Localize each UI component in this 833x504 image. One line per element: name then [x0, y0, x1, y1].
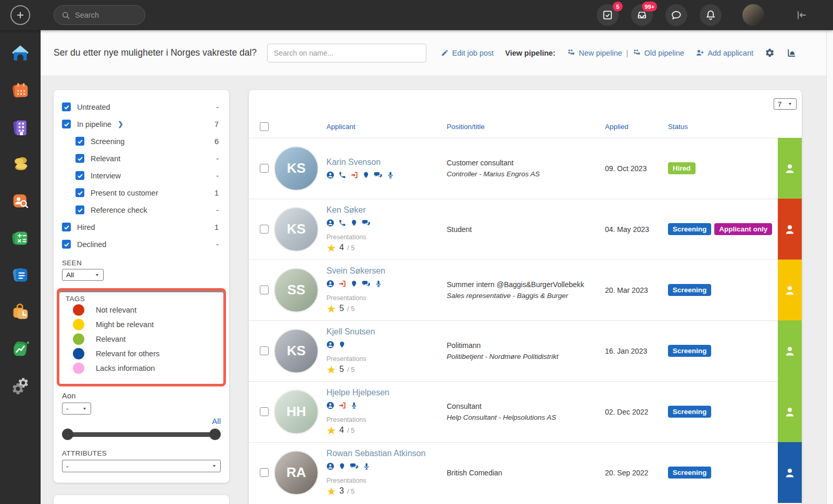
chat-icon[interactable] — [362, 280, 371, 288]
person-icon[interactable] — [326, 402, 334, 409]
global-search-input[interactable]: Search — [54, 5, 145, 25]
login-icon[interactable] — [338, 280, 346, 288]
checkbox-checked-icon[interactable] — [75, 154, 84, 163]
filter-row[interactable]: Interview- — [62, 167, 221, 184]
chevron-right-icon[interactable]: ❯ — [118, 120, 123, 128]
table-row[interactable]: KSKarin SvensonCustomer consultantContro… — [249, 138, 802, 199]
login-icon[interactable] — [350, 171, 358, 179]
tag-color-dot[interactable] — [73, 333, 84, 345]
sidebar-item-worktime[interactable] — [9, 301, 31, 323]
filter-row[interactable]: Hired1 — [62, 218, 221, 236]
aon-select[interactable]: - ▼ — [62, 403, 91, 415]
sidebar-item-accounting[interactable] — [9, 227, 31, 249]
filter-row[interactable]: Declined- — [62, 236, 221, 253]
status-badge[interactable]: Applicant only — [714, 223, 772, 235]
filter-row[interactable]: Present to customer1 — [62, 184, 221, 201]
name-search-input[interactable] — [267, 44, 426, 62]
column-applied[interactable]: Applied — [605, 123, 668, 131]
pin-icon[interactable] — [338, 462, 346, 470]
select-all-checkbox[interactable] — [260, 122, 269, 131]
checkbox-checked-icon[interactable] — [62, 223, 71, 231]
chat-icon[interactable] — [374, 171, 383, 179]
sidebar-item-finance[interactable] — [9, 153, 31, 175]
checkbox-checked-icon[interactable] — [75, 205, 84, 214]
status-badge[interactable]: Screening — [668, 345, 711, 357]
page-size-select[interactable]: 7 ▼ — [774, 98, 797, 110]
table-row[interactable]: HHHjelpe HjelpesenPresentations★4/ 5Cons… — [249, 381, 802, 442]
login-icon[interactable] — [338, 402, 346, 409]
applicant-avatar[interactable]: RA — [274, 450, 319, 495]
applicant-name[interactable]: Karin Svenson — [326, 158, 441, 167]
filter-row[interactable]: Screening6 — [62, 133, 221, 150]
user-avatar[interactable] — [742, 4, 764, 26]
sidebar-item-candidate-search[interactable] — [9, 190, 31, 212]
tasks-button[interactable]: 5 — [597, 4, 619, 26]
add-new-button[interactable] — [10, 5, 30, 25]
checkbox-checked-icon[interactable] — [62, 120, 71, 128]
tag-row[interactable]: Relevant for others — [66, 346, 217, 361]
edit-job-post-button[interactable]: Edit job post — [441, 49, 494, 57]
phone-icon[interactable] — [338, 219, 346, 227]
chat-icon[interactable] — [362, 219, 371, 227]
chat-icon[interactable] — [350, 462, 359, 470]
mic-icon[interactable] — [375, 280, 382, 288]
sidebar-item-calendar[interactable] — [9, 80, 31, 101]
row-checkbox[interactable] — [260, 468, 269, 477]
status-badge[interactable]: Screening — [668, 223, 711, 235]
tag-row[interactable]: Might be relevant — [66, 317, 217, 332]
status-badge[interactable]: Hired — [668, 162, 696, 174]
applicant-avatar[interactable]: HH — [274, 390, 319, 434]
filter-row[interactable]: Relevant- — [62, 150, 221, 167]
tag-color-dot[interactable] — [73, 319, 84, 330]
tag-status-bar[interactable] — [778, 260, 802, 320]
person-icon[interactable] — [326, 171, 334, 179]
tag-status-bar[interactable] — [778, 138, 802, 199]
mic-icon[interactable] — [363, 462, 370, 470]
messages-button[interactable] — [665, 4, 687, 26]
sidebar-item-reports[interactable] — [9, 338, 31, 360]
sidebar-item-documents[interactable] — [9, 264, 31, 286]
range-all-link[interactable]: All — [62, 417, 221, 425]
table-row[interactable]: RARowan Sebastian AtkinsonPresentations★… — [249, 442, 802, 503]
status-badge[interactable]: Screening — [668, 467, 711, 479]
status-badge[interactable]: Screening — [668, 406, 711, 418]
sidebar-item-home[interactable] — [9, 43, 31, 64]
applicant-avatar[interactable]: KS — [274, 207, 319, 252]
statistics-button[interactable] — [786, 48, 797, 58]
person-icon[interactable] — [326, 219, 334, 227]
sidebar-item-company[interactable] — [9, 117, 31, 138]
row-checkbox[interactable] — [260, 407, 269, 416]
row-checkbox[interactable] — [260, 225, 269, 234]
pin-icon[interactable] — [362, 171, 370, 179]
sidebar-item-settings[interactable] — [9, 375, 31, 397]
range-slider[interactable] — [62, 429, 221, 440]
applicant-avatar[interactable]: KS — [274, 329, 319, 373]
checkbox-checked-icon[interactable] — [75, 171, 84, 180]
checkbox-checked-icon[interactable] — [62, 102, 71, 111]
applicant-avatar[interactable]: KS — [274, 146, 319, 191]
table-row[interactable]: KSKjell SnutsenPresentations★5/ 5Politim… — [249, 320, 802, 381]
applicant-name[interactable]: Svein Søkersen — [326, 266, 441, 276]
filter-row[interactable]: Reference check- — [62, 201, 221, 218]
seen-select[interactable]: All ▼ — [62, 269, 104, 281]
old-pipeline-link[interactable]: Old pipeline — [633, 48, 685, 57]
filter-row[interactable]: In pipeline❯7 — [62, 115, 221, 133]
checkbox-checked-icon[interactable] — [75, 137, 84, 146]
attributes-select[interactable]: - ▼ — [62, 460, 221, 472]
tag-color-dot[interactable] — [73, 363, 84, 374]
tag-status-bar[interactable] — [778, 381, 802, 442]
tag-color-dot[interactable] — [73, 348, 84, 359]
add-applicant-button[interactable]: Add applicant — [696, 48, 753, 57]
status-badge[interactable]: Screening — [668, 284, 711, 296]
tag-row[interactable]: Lacks information — [66, 361, 217, 376]
mic-icon[interactable] — [387, 171, 394, 179]
mic-icon[interactable] — [350, 402, 358, 409]
table-row[interactable]: SSSvein SøkersenPresentations★5/ 5Summer… — [249, 260, 802, 320]
tag-status-bar[interactable] — [778, 320, 802, 381]
person-icon[interactable] — [326, 280, 334, 288]
filter-row[interactable]: Untreated- — [62, 98, 221, 115]
table-row[interactable]: KSKen SøkerPresentations★4/ 5Student04. … — [249, 199, 802, 260]
tag-status-bar[interactable] — [778, 199, 802, 260]
column-status[interactable]: Status — [668, 123, 778, 131]
row-checkbox[interactable] — [260, 286, 269, 294]
